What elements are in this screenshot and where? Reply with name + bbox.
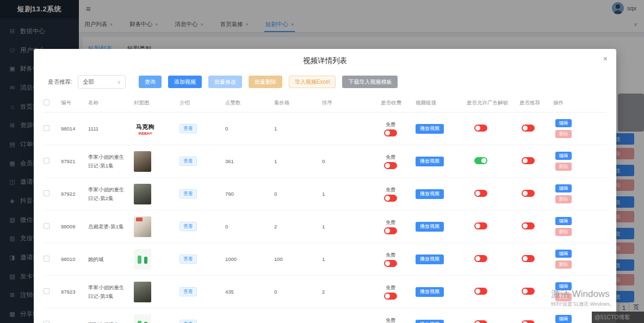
table-row: 98014 1111 马克狗绝流量的AI 查看 0 1 免费 播放视频 <box>44 113 606 145</box>
charge-toggle[interactable] <box>384 293 397 300</box>
delete-button[interactable]: 删除 <box>555 260 572 269</box>
view-intro-button[interactable]: 查看 <box>179 157 197 166</box>
row-checkbox[interactable] <box>44 125 49 131</box>
row-checkbox[interactable] <box>44 190 49 196</box>
close-icon[interactable]: × <box>603 55 608 63</box>
delete-button[interactable]: 删除 <box>555 163 572 171</box>
column-header: 名称 <box>88 100 134 107</box>
row-checkbox[interactable] <box>44 223 49 229</box>
ad-unlock-toggle[interactable] <box>474 190 487 197</box>
edit-button[interactable]: 编辑 <box>555 282 572 290</box>
video-detail-modal: 视频详情列表 × 是否推荐: 全部 ∨ 查询添加视频批量修改批量删除导入视频Ex… <box>34 49 616 323</box>
view-intro-button[interactable]: 查看 <box>179 287 197 296</box>
likes-count: 790 <box>225 191 274 197</box>
ad-unlock-toggle[interactable] <box>474 157 487 164</box>
toolbar-button[interactable]: 导入视频Excel <box>289 76 336 88</box>
charge-status-label: 免费 <box>386 284 395 291</box>
ad-unlock-toggle[interactable] <box>474 125 487 132</box>
toolbar-button[interactable]: 批量修改 <box>208 76 242 88</box>
recommend-filter-select[interactable]: 全部 ∨ <box>78 75 126 89</box>
row-operations: 编辑 删除 <box>553 152 602 171</box>
edit-button[interactable]: 编辑 <box>555 119 572 127</box>
ad-unlock-toggle[interactable] <box>474 320 487 323</box>
column-header: 是否推荐 <box>519 100 553 107</box>
charge-toggle[interactable] <box>384 162 397 169</box>
likes-count: 0 <box>225 223 274 229</box>
row-operations: 编辑 删除 <box>553 250 602 269</box>
likes-count: 361 <box>225 158 274 164</box>
row-checkbox[interactable] <box>44 288 49 294</box>
table-row: 98009 总裁老婆-第1集 查看 0 2 1 免费 播放视频 <box>44 210 606 243</box>
delete-button[interactable]: 删除 <box>555 130 572 138</box>
cover-image <box>134 216 151 237</box>
play-video-button[interactable]: 播放视频 <box>416 157 444 166</box>
play-video-button[interactable]: 播放视频 <box>416 124 444 134</box>
charge-toggle[interactable] <box>384 260 397 267</box>
row-checkbox[interactable] <box>44 158 49 164</box>
cover-image <box>134 184 151 204</box>
sort-order: 1 <box>322 256 381 262</box>
column-header: 封面图 <box>134 100 179 107</box>
recommend-toggle[interactable] <box>522 320 535 323</box>
charge-toggle[interactable] <box>384 129 397 136</box>
toolbar-button[interactable]: 查询 <box>139 76 162 88</box>
select-all-checkbox[interactable] <box>44 100 49 105</box>
edit-button[interactable]: 编辑 <box>555 315 572 323</box>
ad-unlock-toggle[interactable] <box>474 255 487 262</box>
modal-title: 视频详情列表 <box>34 49 616 69</box>
play-video-button[interactable]: 播放视频 <box>416 320 444 323</box>
view-intro-button[interactable]: 查看 <box>179 189 197 198</box>
edit-button[interactable]: 编辑 <box>555 184 572 192</box>
row-checkbox[interactable] <box>44 256 49 262</box>
recommend-toggle[interactable] <box>522 157 535 164</box>
play-video-button[interactable]: 播放视频 <box>416 189 444 199</box>
delete-button[interactable]: 删除 <box>555 293 572 301</box>
table-body: 98014 1111 马克狗绝流量的AI 查看 0 1 免费 播放视频 <box>44 113 606 323</box>
play-video-button[interactable]: 播放视频 <box>416 222 444 232</box>
sort-order: 1 <box>322 223 381 229</box>
row-operations: 编辑 删除 <box>553 282 602 301</box>
toolbar-button[interactable]: 批量删除 <box>249 76 282 88</box>
table-header-row: 编号名称封面图介绍点赞数集价格排序是否收费视频链接是否允许广告解锁是否推荐操作 <box>44 94 606 113</box>
ad-unlock-toggle[interactable] <box>474 222 487 229</box>
charge-status-label: 免费 <box>386 187 395 194</box>
recommend-toggle[interactable] <box>522 288 535 295</box>
video-name: 李家小姐的重生日记-第1集 <box>88 153 134 170</box>
charge-toggle[interactable] <box>384 195 397 202</box>
charge-status-label: 免费 <box>386 219 395 226</box>
likes-count: 1000 <box>225 256 274 262</box>
episode-price: 2 <box>274 223 322 229</box>
edit-button[interactable]: 编辑 <box>555 217 572 225</box>
chevron-down-icon: ∨ <box>117 79 121 85</box>
video-id: 98014 <box>61 126 88 132</box>
likes-count: 435 <box>225 289 274 295</box>
table-row: 97923 李家小姐的重生日记-第3集 查看 435 0 2 免费 播放视频 <box>44 276 606 308</box>
edit-button[interactable]: 编辑 <box>555 250 572 258</box>
charge-toggle[interactable] <box>384 227 397 234</box>
view-intro-button[interactable]: 查看 <box>179 254 197 264</box>
play-video-button[interactable]: 播放视频 <box>416 287 444 297</box>
charge-status-label: 免费 <box>386 317 395 323</box>
delete-button[interactable]: 删除 <box>555 195 572 203</box>
toolbar-button[interactable]: 添加视频 <box>168 76 202 88</box>
recommend-toggle[interactable] <box>522 190 535 197</box>
table-row: 97922 李家小姐的重生日记-第2集 查看 790 0 1 免费 播放视频 <box>44 178 606 210</box>
view-intro-button[interactable]: 查看 <box>179 124 197 133</box>
row-operations: 编辑 删除 <box>553 217 602 236</box>
play-video-button[interactable]: 播放视频 <box>416 254 444 264</box>
episode-price: 1 <box>274 126 322 132</box>
episode-price: 100 <box>274 256 322 262</box>
table-row: 98010 她的城 查看 1000 100 1 免费 播放视频 <box>44 243 606 276</box>
video-name: 1111 <box>88 125 134 133</box>
toolbar-button[interactable]: 下载导入视频模板 <box>342 76 398 88</box>
view-intro-button[interactable]: 查看 <box>179 320 197 323</box>
row-checkbox[interactable] <box>44 321 49 323</box>
recommend-toggle[interactable] <box>522 125 535 132</box>
edit-button[interactable]: 编辑 <box>555 152 572 160</box>
recommend-toggle[interactable] <box>522 255 535 262</box>
delete-button[interactable]: 删除 <box>555 228 572 236</box>
recommend-toggle[interactable] <box>522 222 535 229</box>
ad-unlock-toggle[interactable] <box>474 288 487 295</box>
filter-toolbar: 是否推荐: 全部 ∨ 查询添加视频批量修改批量删除导入视频Excel下载导入视频… <box>48 75 616 89</box>
view-intro-button[interactable]: 查看 <box>179 222 197 231</box>
